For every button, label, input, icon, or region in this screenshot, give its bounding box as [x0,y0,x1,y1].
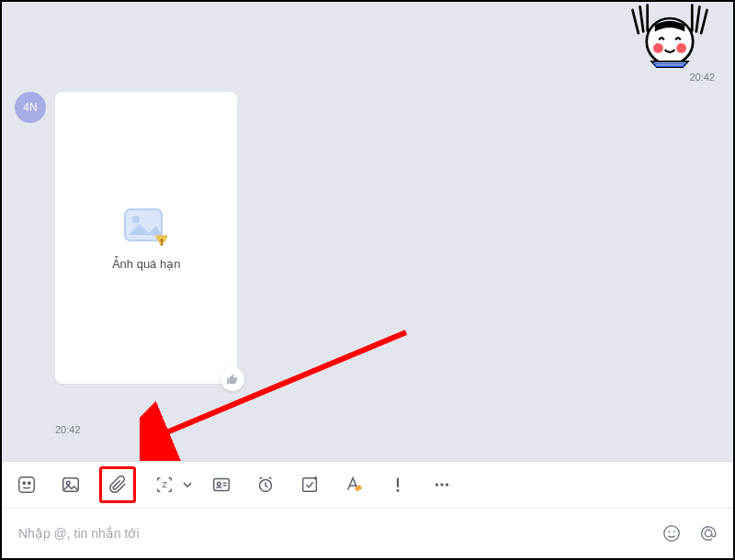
broken-image-icon [121,206,171,248]
screenshot-dropdown[interactable] [182,479,193,490]
task-button[interactable] [294,469,325,500]
svg-point-8 [161,243,163,245]
svg-rect-16 [214,479,230,491]
attach-file-button[interactable] [99,466,136,503]
outgoing-message: 20:42 [619,2,720,83]
more-button[interactable] [426,469,458,500]
like-button[interactable] [220,367,244,391]
chat-window: 20:42 4N Ảnh quá hạn 20:42 [0,0,735,560]
svg-point-30 [668,531,670,532]
svg-text:Z: Z [162,481,166,489]
svg-point-14 [66,481,70,485]
svg-point-11 [23,482,25,484]
svg-point-6 [132,216,140,223]
sticker-button[interactable] [11,469,42,500]
image-expired-label: Ảnh quá hạn [112,257,181,271]
incoming-message: 4N Ảnh quá hạn [15,92,237,384]
svg-rect-10 [19,477,35,493]
svg-point-26 [435,483,438,486]
image-button[interactable] [55,469,86,500]
reminder-button[interactable] [250,469,281,500]
svg-point-32 [705,530,711,536]
format-button[interactable] [338,469,369,500]
message-toolbar: Z [2,461,733,508]
image-bubble[interactable]: Ảnh quá hạn [55,92,237,384]
svg-point-31 [673,531,675,532]
message-timestamp: 20:42 [689,72,715,83]
sticker-image[interactable] [619,2,720,68]
message-input-row [2,508,733,558]
svg-point-1 [653,43,663,53]
svg-point-25 [397,489,400,492]
message-timestamp: 20:42 [55,424,81,435]
svg-point-17 [217,482,220,486]
svg-point-29 [664,526,680,542]
svg-point-12 [28,482,30,484]
avatar[interactable]: 4N [15,92,46,123]
screenshot-button[interactable]: Z [149,469,180,500]
message-list: 20:42 4N Ảnh quá hạn 20:42 [2,2,733,461]
priority-button[interactable] [382,469,413,500]
svg-point-2 [676,43,686,53]
svg-point-28 [446,483,448,486]
mention-button[interactable] [698,523,718,543]
svg-rect-21 [303,478,317,492]
emoji-button[interactable] [662,523,682,543]
contact-card-button[interactable] [206,469,237,500]
message-input[interactable] [17,525,662,542]
svg-rect-13 [63,478,79,492]
svg-point-27 [440,483,443,486]
